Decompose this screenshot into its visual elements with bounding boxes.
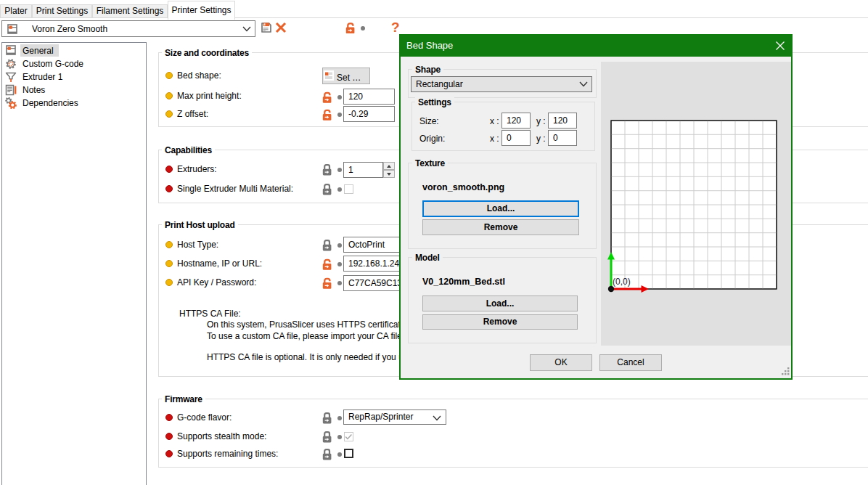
svg-text:(0,0): (0,0) <box>613 277 631 287</box>
